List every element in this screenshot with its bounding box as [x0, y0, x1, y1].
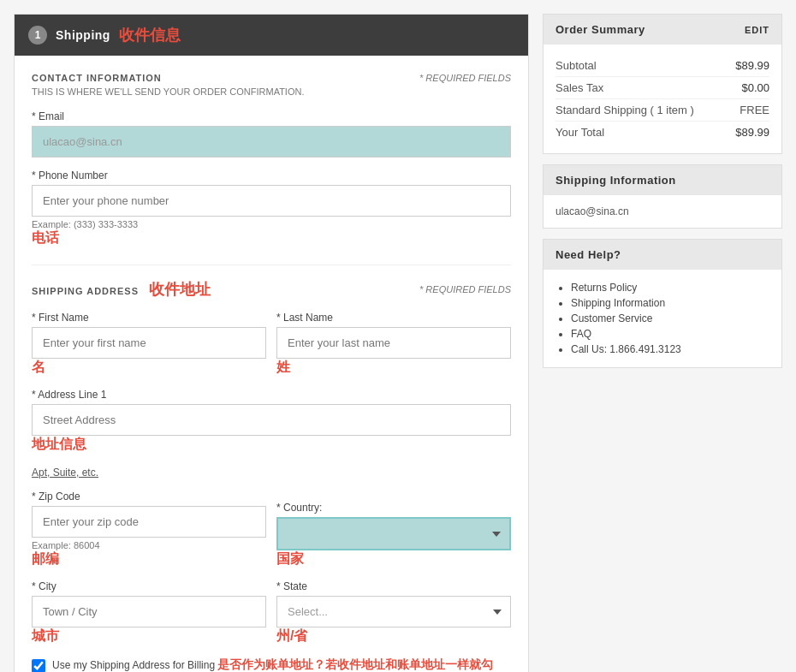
state-field-group: * State Select... AL AK AZ CA CO NY TX 州…	[276, 580, 511, 645]
address1-label: * Address Line 1	[32, 389, 511, 401]
contact-subtext: THIS IS WHERE WE'LL SEND YOUR ORDER CONF…	[32, 86, 511, 97]
country-field-group: * Country: United States Canada 国家	[276, 502, 511, 568]
shipping-address-chinese: 收件地址	[149, 281, 211, 298]
zip-chinese: 邮编	[32, 551, 59, 566]
section-header: 1 Shipping 收件信息	[15, 15, 528, 56]
email-field-group: * Email	[32, 110, 511, 158]
total-label: Your Total	[555, 126, 604, 139]
step-number: 1	[35, 29, 41, 41]
city-label: * City	[32, 580, 266, 592]
country-chinese: 国家	[276, 551, 304, 566]
state-select[interactable]: Select... AL AK AZ CA CO NY TX	[276, 596, 511, 627]
order-summary-header: Order Summary EDIT	[544, 15, 781, 45]
last-name-input[interactable]	[276, 327, 511, 359]
zip-country-row: * Zip Code Example: 86004 邮编 * Country: …	[32, 491, 511, 568]
zip-hint: Example: 86004	[32, 540, 266, 550]
phone-input[interactable]	[32, 185, 511, 217]
total-value: $89.99	[735, 126, 769, 139]
need-help-body: Returns PolicyShipping InformationCustom…	[544, 270, 781, 367]
phone-label: * Phone Number	[32, 169, 511, 181]
shipping-info-card: Shipping Information ulacao@sina.cn	[543, 164, 782, 229]
shipping-required-label: * REQUIRED FIELDS	[419, 284, 511, 294]
tax-label: Sales Tax	[555, 81, 603, 94]
phone-field-group: * Phone Number Example: (333) 333-3333 电…	[32, 169, 511, 247]
last-name-label: * Last Name	[276, 312, 511, 324]
need-help-header: Need Help?	[544, 240, 781, 270]
state-label: * State	[276, 580, 511, 592]
shipping-info-body: ulacao@sina.cn	[544, 195, 781, 228]
order-summary-title: Order Summary	[555, 23, 645, 36]
last-name-field-group: * Last Name 姓	[276, 312, 511, 377]
shipping-value: FREE	[740, 104, 769, 116]
country-label: * Country:	[276, 502, 511, 514]
shipping-address-label: SHIPPING ADDRESS	[32, 286, 139, 296]
zip-field-group: * Zip Code Example: 86004 邮编	[32, 491, 266, 568]
state-chinese: 州/省	[276, 628, 307, 643]
zip-label: * Zip Code	[32, 491, 266, 503]
apt-suite-link[interactable]: Apt, Suite, etc.	[32, 467, 98, 479]
shipping-label: Standard Shipping ( 1 item )	[555, 104, 694, 116]
country-select[interactable]: United States Canada	[276, 517, 511, 550]
address1-input[interactable]	[32, 404, 511, 436]
city-input[interactable]	[32, 596, 266, 627]
shipping-address-header: SHIPPING ADDRESS 收件地址 * REQUIRED FIELDS	[32, 265, 511, 300]
list-item[interactable]: Shipping Information	[571, 295, 769, 311]
city-chinese: 城市	[32, 628, 59, 643]
billing-checkbox-row: Use my Shipping Address for Billing 是否作为…	[32, 657, 511, 672]
address1-field-group: * Address Line 1 地址信息	[32, 389, 511, 454]
email-input[interactable]	[32, 126, 511, 158]
contact-info-header: CONTACT INFORMATION * REQUIRED FIELDS	[32, 73, 511, 83]
subtotal-row: Subtotal $89.99	[555, 55, 769, 77]
phone-chinese: 电话	[32, 230, 59, 245]
order-summary-body: Subtotal $89.99 Sales Tax $0.00 Standard…	[544, 45, 781, 153]
last-name-chinese: 姓	[276, 360, 290, 374]
city-state-row: * City 城市 * State Select... AL AK AZ CA …	[32, 580, 511, 645]
need-help-title: Need Help?	[555, 248, 621, 261]
required-fields-label: * REQUIRED FIELDS	[419, 73, 511, 83]
first-name-label: * First Name	[32, 312, 266, 324]
total-row: Your Total $89.99	[555, 122, 769, 143]
section-title: Shipping	[56, 28, 110, 42]
subtotal-label: Subtotal	[555, 59, 597, 72]
order-summary-card: Order Summary EDIT Subtotal $89.99 Sales…	[543, 14, 782, 154]
list-item[interactable]: Customer Service	[571, 311, 769, 326]
shipping-info-header: Shipping Information	[544, 165, 781, 195]
first-name-field-group: * First Name 名	[32, 312, 266, 377]
first-name-input[interactable]	[32, 327, 266, 359]
list-item[interactable]: Returns Policy	[571, 280, 769, 295]
tax-value: $0.00	[741, 81, 769, 94]
step-circle: 1	[28, 26, 47, 45]
subtotal-value: $89.99	[735, 59, 769, 72]
shipping-row: Standard Shipping ( 1 item ) FREE	[555, 99, 769, 122]
zip-input[interactable]	[32, 506, 266, 538]
billing-checkbox[interactable]	[32, 659, 45, 672]
sidebar: Order Summary EDIT Subtotal $89.99 Sales…	[543, 14, 782, 672]
need-help-list: Returns PolicyShipping InformationCustom…	[555, 280, 769, 357]
billing-label-text: Use my Shipping Address for Billing	[52, 659, 215, 671]
address1-chinese: 地址信息	[32, 437, 86, 451]
list-item[interactable]: Call Us: 1.866.491.3123	[571, 342, 769, 357]
need-help-card: Need Help? Returns PolicyShipping Inform…	[543, 239, 782, 368]
first-name-chinese: 名	[32, 360, 45, 374]
billing-checkbox-label[interactable]: Use my Shipping Address for Billing 是否作为…	[52, 657, 511, 672]
contact-section-label: CONTACT INFORMATION	[32, 73, 162, 83]
phone-hint: Example: (333) 333-3333	[32, 219, 511, 229]
list-item[interactable]: FAQ	[571, 326, 769, 342]
shipping-info-email: ulacao@sina.cn	[555, 205, 629, 217]
email-label: * Email	[32, 110, 511, 122]
name-row: * First Name 名 * Last Name 姓	[32, 312, 511, 377]
section-title-chinese: 收件信息	[119, 25, 181, 45]
city-field-group: * City 城市	[32, 580, 266, 645]
shipping-info-title: Shipping Information	[555, 174, 676, 187]
tax-row: Sales Tax $0.00	[555, 77, 769, 99]
order-summary-edit-link[interactable]: EDIT	[745, 25, 769, 35]
